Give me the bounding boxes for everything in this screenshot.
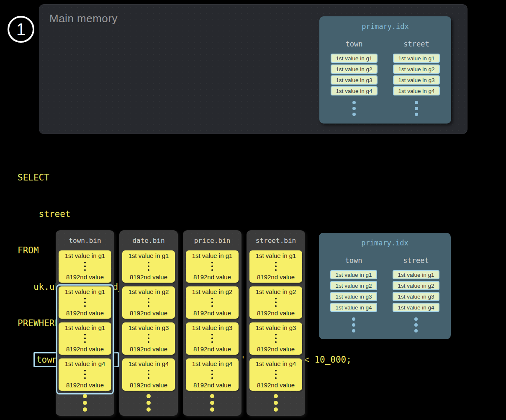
index-column-town: town 1st value in g1 1st value in g2 1st…	[326, 256, 381, 332]
granule-block: 1st value in g3 8192nd value	[186, 322, 239, 355]
ellipsis-dots-icon	[83, 394, 87, 412]
granule-block: 1st value in g1 8192nd value	[59, 322, 111, 355]
granule-ellipsis-icon	[275, 370, 277, 379]
granule-ellipsis-icon	[275, 262, 277, 271]
granule-block: 1st value in g1 8192nd value	[122, 250, 175, 283]
granule-last-value: 8192nd value	[130, 381, 167, 389]
granule-block: 1st value in g1 8192nd value	[186, 250, 239, 283]
ellipsis-dots-icon	[352, 317, 355, 332]
granule-ellipsis-icon	[148, 262, 149, 271]
index-entry-chip: 1st value in g1	[393, 270, 439, 279]
index-column-header: town	[346, 40, 363, 48]
index-column-header: town	[345, 256, 362, 265]
granule-last-value: 8192nd value	[193, 309, 231, 317]
sql-line: street	[18, 208, 352, 220]
granule-block: 1st value in g2 8192nd value	[186, 286, 239, 319]
granule-first-value: 1st value in g1	[65, 288, 105, 295]
step-badge-number: 1	[16, 20, 26, 39]
main-memory-title: Main memory	[49, 12, 118, 25]
granule-list: 1st value in g1 8192nd value 1st value i…	[186, 250, 239, 391]
bin-file-panel-street: street.bin 1st value in g1 8192nd value …	[247, 230, 305, 416]
granule-block: 1st value in g4 8192nd value	[186, 358, 239, 391]
granule-last-value: 8192nd value	[130, 309, 167, 317]
granule-first-value: 1st value in g2	[192, 288, 233, 295]
primary-index-columns: town 1st value in g1 1st value in g2 1st…	[319, 40, 451, 116]
index-entry-chip: 1st value in g4	[393, 86, 440, 95]
granule-last-value: 8192nd value	[66, 345, 104, 353]
index-entry-chip: 1st value in g4	[330, 303, 377, 312]
primary-index-columns: town 1st value in g1 1st value in g2 1st…	[319, 256, 451, 332]
granule-first-value: 1st value in g4	[256, 360, 296, 367]
primary-index-panel-top: primary.idx town 1st value in g1 1st val…	[319, 16, 451, 124]
granule-first-value: 1st value in g3	[128, 324, 169, 331]
bin-file-panel-price: price.bin 1st value in g1 8192nd value 1…	[183, 230, 241, 416]
granule-ellipsis-icon	[211, 370, 213, 379]
granule-first-value: 1st value in g3	[192, 324, 233, 331]
granule-ellipsis-icon	[275, 298, 277, 307]
primary-index-panel-bottom: primary.idx town 1st value in g1 1st val…	[319, 233, 451, 339]
granule-ellipsis-icon	[211, 262, 213, 271]
granule-last-value: 8192nd value	[66, 273, 104, 281]
granule-last-value: 8192nd value	[257, 309, 295, 317]
ellipsis-dots-icon	[415, 101, 418, 116]
index-entry-chip: 1st value in g2	[331, 64, 378, 74]
granule-block: 1st value in g4 8192nd value	[59, 358, 111, 391]
granule-ellipsis-icon	[84, 334, 86, 343]
bin-file-title: date.bin	[119, 237, 178, 245]
granule-last-value: 8192nd value	[193, 345, 231, 353]
granule-block: 1st value in g4 8192nd value	[249, 358, 302, 391]
granule-block: 1st value in g3 8192nd value	[122, 322, 175, 355]
granule-last-value: 8192nd value	[130, 273, 167, 281]
index-column-header: street	[403, 40, 429, 48]
primary-index-title: primary.idx	[319, 239, 451, 247]
ellipsis-dots-icon	[210, 394, 214, 412]
granule-first-value: 1st value in g1	[256, 252, 296, 259]
index-entry-chip: 1st value in g2	[393, 281, 439, 290]
main-memory-panel: Main memory primary.idx town 1st value i…	[39, 4, 467, 134]
granule-first-value: 1st value in g4	[128, 360, 169, 367]
ellipsis-dots-icon	[414, 317, 418, 332]
index-entry-chip: 1st value in g3	[330, 292, 377, 301]
index-entry-chip: 1st value in g1	[393, 54, 440, 63]
index-entry-chip: 1st value in g4	[331, 86, 378, 95]
granule-block: 1st value in g1 8192nd value	[59, 250, 111, 283]
granule-list: 1st value in g1 8192nd value 1st value i…	[249, 250, 302, 391]
granule-list: 1st value in g1 8192nd value 1st value i…	[59, 250, 111, 391]
granule-last-value: 8192nd value	[257, 273, 295, 281]
granule-block: 1st value in g4 8192nd value	[122, 358, 175, 391]
sql-indent	[18, 355, 33, 365]
granule-ellipsis-icon	[148, 370, 149, 379]
granule-first-value: 1st value in g1	[65, 252, 105, 259]
sql-line: SELECT	[18, 172, 352, 184]
index-column-town: town 1st value in g1 1st value in g2 1st…	[326, 40, 382, 116]
ellipsis-dots-icon	[352, 101, 356, 116]
index-entry-chip: 1st value in g2	[393, 64, 440, 74]
step-badge: 1	[8, 16, 34, 43]
granule-list: 1st value in g1 8192nd value 1st value i…	[122, 250, 175, 391]
granule-last-value: 8192nd value	[193, 273, 231, 281]
index-column-street: street 1st value in g1 1st value in g2 1…	[389, 40, 444, 116]
granule-ellipsis-icon	[84, 370, 86, 379]
index-column-street: street 1st value in g1 1st value in g2 1…	[388, 256, 444, 332]
granule-last-value: 8192nd value	[257, 345, 295, 353]
granule-first-value: 1st value in g4	[192, 360, 233, 367]
granule-ellipsis-icon	[275, 334, 277, 343]
granule-first-value: 1st value in g3	[256, 324, 296, 331]
granule-ellipsis-icon	[211, 298, 213, 307]
ellipsis-dots-icon	[146, 394, 151, 412]
granule-block: 1st value in g3 8192nd value	[249, 322, 302, 355]
granule-first-value: 1st value in g1	[65, 324, 105, 331]
granule-last-value: 8192nd value	[257, 381, 295, 389]
index-column-header: street	[403, 256, 429, 265]
granule-first-value: 1st value in g1	[192, 252, 233, 259]
index-entry-chip: 1st value in g3	[393, 75, 440, 85]
granule-last-value: 8192nd value	[193, 381, 231, 389]
granule-ellipsis-icon	[84, 298, 86, 307]
granule-block: 1st value in g1 8192nd value	[59, 286, 111, 319]
granule-block: 1st value in g2 8192nd value	[249, 286, 302, 319]
bin-file-title: street.bin	[247, 237, 305, 245]
index-entry-chip: 1st value in g4	[393, 303, 439, 312]
index-entry-chip: 1st value in g3	[393, 292, 439, 301]
bin-file-panel-date: date.bin 1st value in g1 8192nd value 1s…	[119, 230, 178, 416]
index-entry-chip: 1st value in g1	[330, 270, 377, 279]
